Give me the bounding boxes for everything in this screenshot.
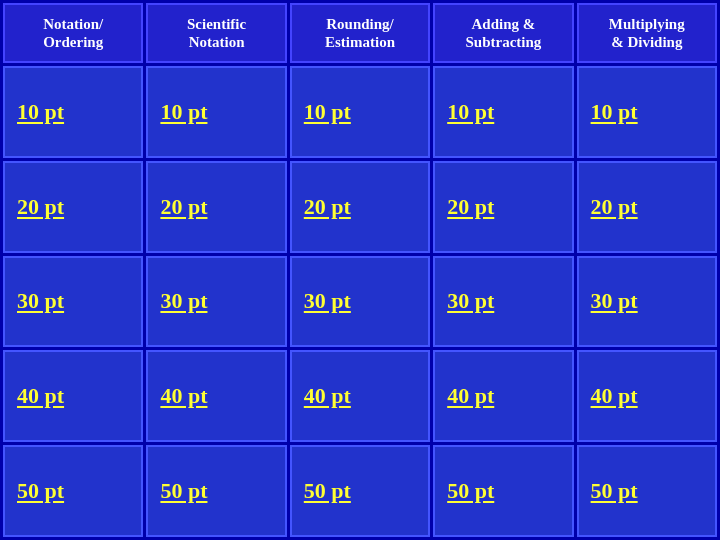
cell-scientific-50[interactable]: 50 pt — [146, 445, 286, 537]
cell-notation-50[interactable]: 50 pt — [3, 445, 143, 537]
cell-scientific-10[interactable]: 10 pt — [146, 66, 286, 158]
cell-adding-10[interactable]: 10 pt — [433, 66, 573, 158]
cell-scientific-30[interactable]: 30 pt — [146, 256, 286, 348]
cell-notation-20[interactable]: 20 pt — [3, 161, 143, 253]
cell-adding-50[interactable]: 50 pt — [433, 445, 573, 537]
cell-notation-40[interactable]: 40 pt — [3, 350, 143, 442]
cell-multiplying-30[interactable]: 30 pt — [577, 256, 717, 348]
cell-adding-40[interactable]: 40 pt — [433, 350, 573, 442]
cell-multiplying-10[interactable]: 10 pt — [577, 66, 717, 158]
cell-adding-30[interactable]: 30 pt — [433, 256, 573, 348]
cell-rounding-10[interactable]: 10 pt — [290, 66, 430, 158]
cell-notation-10[interactable]: 10 pt — [3, 66, 143, 158]
cell-scientific-20[interactable]: 20 pt — [146, 161, 286, 253]
cell-rounding-50[interactable]: 50 pt — [290, 445, 430, 537]
cell-scientific-40[interactable]: 40 pt — [146, 350, 286, 442]
header-notation-ordering: Notation/ Ordering — [3, 3, 143, 63]
cell-rounding-40[interactable]: 40 pt — [290, 350, 430, 442]
header-adding-subtracting: Adding & Subtracting — [433, 3, 573, 63]
header-scientific-notation: Scientific Notation — [146, 3, 286, 63]
jeopardy-grid: Notation/ Ordering Scientific Notation R… — [0, 0, 720, 540]
header-rounding-estimation: Rounding/ Estimation — [290, 3, 430, 63]
cell-rounding-20[interactable]: 20 pt — [290, 161, 430, 253]
cell-rounding-30[interactable]: 30 pt — [290, 256, 430, 348]
cell-adding-20[interactable]: 20 pt — [433, 161, 573, 253]
cell-notation-30[interactable]: 30 pt — [3, 256, 143, 348]
cell-multiplying-50[interactable]: 50 pt — [577, 445, 717, 537]
header-multiplying-dividing: Multiplying & Dividing — [577, 3, 717, 63]
cell-multiplying-20[interactable]: 20 pt — [577, 161, 717, 253]
cell-multiplying-40[interactable]: 40 pt — [577, 350, 717, 442]
